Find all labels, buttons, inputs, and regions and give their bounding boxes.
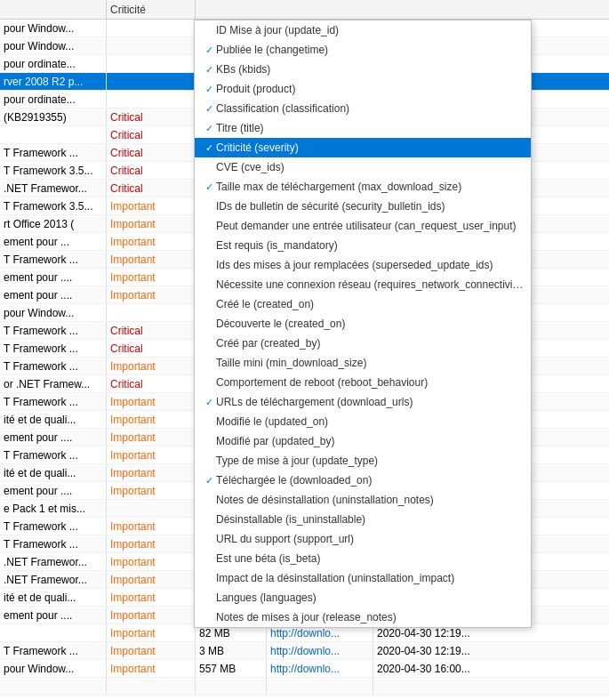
menu-item[interactable]: Langues (languages)	[195, 588, 531, 607]
menu-item[interactable]: URL du support (support_url)	[195, 529, 531, 549]
cell-criticite	[107, 20, 196, 36]
checkmark-icon: ✓	[202, 44, 216, 56]
checkmark-icon: ✓	[202, 397, 216, 408]
cell-name	[0, 126, 107, 143]
menu-item[interactable]: Créé par (created_by)	[195, 334, 531, 353]
menu-item-label: URL du support (support_url)	[216, 533, 524, 545]
cell-criticite: Important	[107, 571, 196, 588]
cell-criticite: Important	[107, 660, 196, 677]
menu-item-label: Modifié par (updated_by)	[216, 435, 524, 447]
menu-item[interactable]: Peut demander une entrée utilisateur (ca…	[195, 216, 531, 236]
checkmark-icon: ✓	[202, 181, 216, 193]
menu-item-label: Classification (classification)	[216, 102, 524, 115]
cell-criticite	[107, 55, 196, 72]
cell-name: T Framework ...	[0, 340, 107, 357]
menu-item[interactable]: Type de mise à jour (update_type)	[195, 451, 531, 471]
table-row[interactable]	[0, 678, 609, 696]
menu-item[interactable]: ✓ Criticité (severity)	[195, 138, 531, 157]
menu-item[interactable]: Impact de la désinstallation (uninstalla…	[195, 568, 531, 588]
menu-item[interactable]: ✓ Publiée le (changetime)	[195, 40, 531, 60]
cell-name: T Framework 3.5...	[0, 162, 107, 179]
menu-item-label: Langues (languages)	[216, 591, 524, 604]
cell-name: T Framework ...	[0, 642, 107, 659]
cell-name: ement pour ....	[0, 429, 107, 446]
menu-item[interactable]: ✓ Classification (classification)	[195, 99, 531, 118]
cell-criticite: Critical	[107, 144, 196, 161]
menu-item-label: Créé le (created_on)	[216, 298, 524, 310]
menu-item-label: Produit (product)	[216, 83, 524, 95]
cell-criticite	[107, 73, 196, 90]
menu-item[interactable]: CVE (cve_ids)	[195, 157, 531, 177]
cell-criticite: Critical	[107, 126, 196, 143]
menu-item-label: Titre (title)	[216, 122, 524, 134]
cell-criticite: Critical	[107, 322, 196, 339]
menu-item[interactable]: ✓ Taille max de téléchargement (max_down…	[195, 177, 531, 197]
cell-criticite: Important	[107, 518, 196, 535]
cell-criticite	[107, 304, 196, 321]
cell-name: T Framework ...	[0, 518, 107, 535]
table-row[interactable]: T Framework ... Important 3 MB http://do…	[0, 642, 609, 660]
cell-name: T Framework ...	[0, 535, 107, 552]
cell-name: ement pour ....	[0, 482, 107, 499]
menu-item[interactable]: Découverte le (created_on)	[195, 314, 531, 334]
menu-item[interactable]: Modifié par (updated_by)	[195, 431, 531, 451]
cell-criticite: Important	[107, 215, 196, 232]
cell-name: pour Window...	[0, 660, 107, 677]
menu-item[interactable]: Nécessite une connexion réseau (requires…	[195, 275, 531, 294]
menu-item[interactable]: IDs de bulletin de sécurité (security_bu…	[195, 197, 531, 216]
cell-size: 557 MB	[196, 660, 267, 677]
cell-criticite: Important	[107, 358, 196, 374]
cell-criticite: Important	[107, 464, 196, 481]
menu-item[interactable]: ✓ Titre (title)	[195, 118, 531, 138]
cell-criticite: Critical	[107, 109, 196, 125]
cell-criticite: Critical	[107, 180, 196, 197]
menu-item-label: IDs de bulletin de sécurité (security_bu…	[216, 200, 524, 213]
menu-item-label: Notes de désinstallation (uninstallation…	[216, 494, 524, 506]
cell-url: http://downlo...	[267, 642, 373, 659]
cell-name: .NET Framewor...	[0, 553, 107, 570]
menu-item[interactable]: Est requis (is_mandatory)	[195, 236, 531, 255]
menu-item-label: URLs de téléchargement (download_urls)	[216, 396, 524, 408]
menu-item[interactable]: Notes de mises à jour (release_notes)	[195, 607, 531, 627]
cell-criticite: Critical	[107, 375, 196, 392]
cell-name: pour Window...	[0, 37, 107, 54]
cell-date: 2020-04-30 16:00...	[373, 660, 480, 677]
menu-item[interactable]: Taille mini (min_download_size)	[195, 353, 531, 373]
menu-item[interactable]: Est une béta (is_beta)	[195, 549, 531, 568]
cell-criticite	[107, 500, 196, 517]
cell-name: T Framework ...	[0, 251, 107, 268]
cell-size: 3 MB	[196, 642, 267, 659]
menu-item[interactable]: Notes de désinstallation (uninstallation…	[195, 490, 531, 510]
menu-item[interactable]: ID Mise à jour (update_id)	[195, 20, 531, 40]
cell-name: T Framework ...	[0, 358, 107, 374]
cell-url: http://downlo...	[267, 660, 373, 677]
menu-item-label: Découverte le (created_on)	[216, 318, 524, 330]
cell-name: or .NET Framew...	[0, 375, 107, 392]
menu-item[interactable]: Comportement de reboot (reboot_behaviour…	[195, 373, 531, 392]
cell-size	[196, 678, 267, 695]
menu-item[interactable]: Créé le (created_on)	[195, 294, 531, 314]
menu-item[interactable]: Ids des mises à jour remplacées (superse…	[195, 255, 531, 275]
cell-criticite: Important	[107, 553, 196, 570]
checkmark-icon: ✓	[202, 64, 216, 76]
cell-name: (KB2919355)	[0, 109, 107, 125]
cell-name: pour ordinate...	[0, 55, 107, 72]
menu-item[interactable]: ✓ Produit (product)	[195, 79, 531, 99]
menu-item[interactable]: ✓ KBs (kbids)	[195, 60, 531, 79]
dropdown-menu[interactable]: ID Mise à jour (update_id) ✓ Publiée le …	[194, 20, 532, 628]
menu-item[interactable]: ✓ URLs de téléchargement (download_urls)	[195, 392, 531, 412]
menu-item[interactable]: ✓ Téléchargée le (downloaded_on)	[195, 471, 531, 490]
cell-criticite: Important	[107, 197, 196, 214]
cell-criticite: Important	[107, 589, 196, 606]
cell-name: rt Office 2013 (	[0, 215, 107, 232]
cell-criticite: Important	[107, 286, 196, 303]
menu-item[interactable]: Modifié le (updated_on)	[195, 412, 531, 431]
column-header-criticite: Criticité	[107, 0, 196, 19]
table-row[interactable]: pour Window... Important 557 MB http://d…	[0, 660, 609, 678]
cell-name: T Framework 3.5...	[0, 197, 107, 214]
menu-item-label: Taille max de téléchargement (max_downlo…	[216, 181, 524, 193]
menu-item[interactable]: Désinstallable (is_uninstallable)	[195, 510, 531, 529]
cell-criticite: Important	[107, 429, 196, 446]
cell-criticite: Important	[107, 269, 196, 286]
menu-item-label: Téléchargée le (downloaded_on)	[216, 474, 524, 487]
